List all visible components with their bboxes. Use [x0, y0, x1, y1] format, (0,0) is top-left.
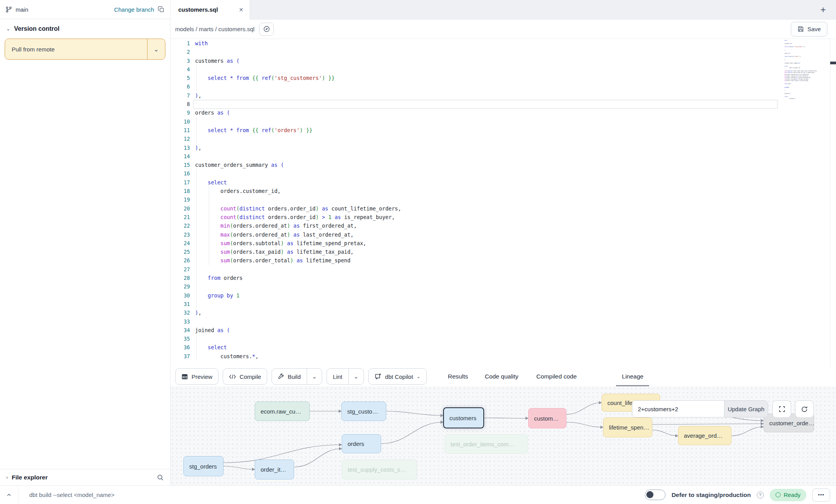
build-label: Build [288, 373, 300, 380]
minimap[interactable]: withcustomers as ( select * from {{ ref(… [785, 40, 828, 105]
search-icon[interactable] [157, 474, 164, 481]
lint-button[interactable]: Lint [327, 369, 348, 384]
code-line[interactable]: 23 max(orders.ordered_at) as last_ordere… [170, 230, 836, 239]
code-line[interactable]: 18 orders.customer_id, [170, 187, 836, 195]
code-line[interactable]: 4 [170, 65, 836, 74]
code-line[interactable]: 35 [170, 334, 836, 343]
code-line[interactable]: 2 [170, 48, 836, 56]
pull-from-remote-button[interactable]: Pull from remote ⌄ [5, 39, 165, 60]
code-line[interactable]: 20 count(distinct orders.order_id) as co… [170, 204, 836, 213]
code-line[interactable]: 11 select * from {{ ref('orders') }} [170, 126, 836, 134]
code-editor[interactable]: 1with23customers as (45 select * from {{… [170, 39, 836, 367]
code-icon [229, 374, 236, 380]
lineage-node-customers[interactable]: customers [443, 407, 484, 428]
code-line[interactable]: 28 from orders [170, 274, 836, 282]
lineage-node-orders[interactable]: orders [342, 434, 381, 453]
lineage-node-customers-pink[interactable]: custom… [528, 408, 566, 428]
code-line[interactable]: 21 count(distinct orders.order_id) > 1 a… [170, 213, 836, 221]
code-line[interactable]: 14 [170, 152, 836, 161]
code-line[interactable]: 32), [170, 308, 836, 317]
code-line[interactable]: 7), [170, 91, 836, 100]
line-number: 7 [170, 91, 190, 100]
build-options-caret[interactable]: ⌄ [307, 369, 322, 384]
code-line[interactable]: 9orders as ( [170, 108, 836, 117]
lineage-search-input[interactable] [632, 401, 724, 417]
dbt-copilot-button[interactable]: dbt Copilot ⌄ [368, 368, 427, 385]
status-bar-right: Defer to staging/production ? Ready ••• [645, 488, 836, 502]
preview-button[interactable]: Preview [175, 368, 218, 385]
code-line[interactable]: 6 [170, 82, 836, 91]
code-line[interactable]: 33 [170, 317, 836, 326]
fullscreen-button[interactable] [772, 400, 791, 418]
new-tab-button[interactable]: + [816, 3, 830, 16]
lineage-canvas[interactable]: ecom.raw_cu…stg_custo…customerscustom…co… [170, 386, 836, 485]
more-options-button[interactable]: ••• [812, 488, 830, 502]
lineage-node-test-order-items[interactable]: test_order_items_com… [445, 434, 528, 454]
build-button[interactable]: Build [272, 369, 306, 384]
branch-row: main Change branch [0, 0, 170, 19]
code-line[interactable]: 36 select [170, 343, 836, 352]
help-icon[interactable]: ? [757, 492, 764, 499]
line-number: 23 [170, 230, 190, 239]
tab-customers-sql[interactable]: customers.sql ✕ [170, 0, 250, 19]
code-line[interactable]: 16 [170, 169, 836, 178]
command-bar-collapse-button[interactable] [0, 486, 18, 504]
main-pane: customers.sql ✕ + models / marts / custo… [170, 0, 836, 485]
breadcrumb-row: models / marts / customers.sql Save [170, 19, 836, 39]
change-branch-link[interactable]: Change branch [114, 6, 154, 13]
lineage-node-average-order[interactable]: average_ord… [678, 426, 731, 445]
code-line[interactable]: 25 sum(orders.tax_paid) as lifetime_tax_… [170, 248, 836, 256]
code-line[interactable]: 1with [170, 39, 836, 48]
code-line[interactable]: 26 sum(orders.order_total) as lifetime_s… [170, 256, 836, 265]
line-number: 8 [170, 100, 190, 108]
file-explorer-header[interactable]: › File explorer [0, 469, 170, 485]
line-number: 13 [170, 143, 190, 152]
version-control-header[interactable]: ⌄ Version control [0, 19, 170, 37]
update-graph-button[interactable]: Update Graph [724, 401, 768, 417]
lineage-node-stg-customers[interactable]: stg_custo… [341, 401, 386, 421]
compass-button[interactable] [259, 23, 274, 36]
compile-button[interactable]: Compile [223, 368, 267, 385]
tab-results[interactable]: Results [447, 367, 469, 386]
save-button[interactable]: Save [791, 22, 827, 37]
code-line[interactable]: 24 sum(orders.subtotal) as lifetime_spen… [170, 239, 836, 248]
status-label: Ready [784, 492, 801, 498]
code-line[interactable]: 17 select [170, 178, 836, 187]
build-button-group: Build ⌄ [272, 368, 322, 385]
code-line[interactable]: 12 [170, 134, 836, 143]
code-line[interactable]: 5 select * from {{ ref('stg_customers') … [170, 74, 836, 82]
lint-options-caret[interactable]: ⌄ [348, 369, 364, 384]
lineage-node-order-items[interactable]: order_it… [255, 460, 294, 479]
code-line[interactable]: 27 [170, 265, 836, 274]
line-number: 20 [170, 204, 190, 213]
line-number: 17 [170, 178, 190, 187]
tab-compiled-code[interactable]: Compiled code [536, 367, 577, 386]
code-line[interactable]: 3customers as ( [170, 57, 836, 65]
copilot-chat-icon [375, 373, 382, 380]
code-line[interactable]: 19 [170, 195, 836, 204]
code-line[interactable]: 34joined as ( [170, 326, 836, 334]
tab-code-quality[interactable]: Code quality [484, 367, 519, 386]
tab-close-icon[interactable]: ✕ [239, 7, 243, 13]
code-line[interactable]: 10 [170, 117, 836, 126]
code-line[interactable]: 30 group by 1 [170, 291, 836, 300]
code-line[interactable]: 22 min(orders.ordered_at) as first_order… [170, 221, 836, 230]
code-line[interactable]: 8 [170, 100, 836, 108]
code-line[interactable]: 31 [170, 300, 836, 308]
refresh-button[interactable] [795, 400, 814, 418]
defer-toggle[interactable] [645, 490, 666, 500]
lineage-node-ecom-raw-customers[interactable]: ecom.raw_cu… [255, 401, 310, 421]
scrollbar-marker[interactable] [830, 62, 836, 64]
lineage-node-lifetime-spend[interactable]: lifetime_spen… [603, 417, 652, 437]
editor-scrollbar[interactable] [830, 39, 836, 367]
code-line[interactable]: 13), [170, 143, 836, 152]
tab-lineage[interactable]: Lineage [621, 367, 644, 386]
command-input[interactable]: dbt build --select <model_name> [29, 492, 114, 498]
code-line[interactable]: 37 customers.*, [170, 352, 836, 361]
lineage-node-stg-orders[interactable]: stg_orders [183, 456, 224, 476]
copy-icon[interactable] [158, 6, 165, 13]
code-line[interactable]: 15customer_orders_summary as ( [170, 161, 836, 169]
pull-options-caret[interactable]: ⌄ [147, 39, 165, 59]
lineage-node-test-supply-costs[interactable]: test_supply_costs_s… [342, 460, 417, 479]
code-line[interactable]: 29 [170, 282, 836, 291]
